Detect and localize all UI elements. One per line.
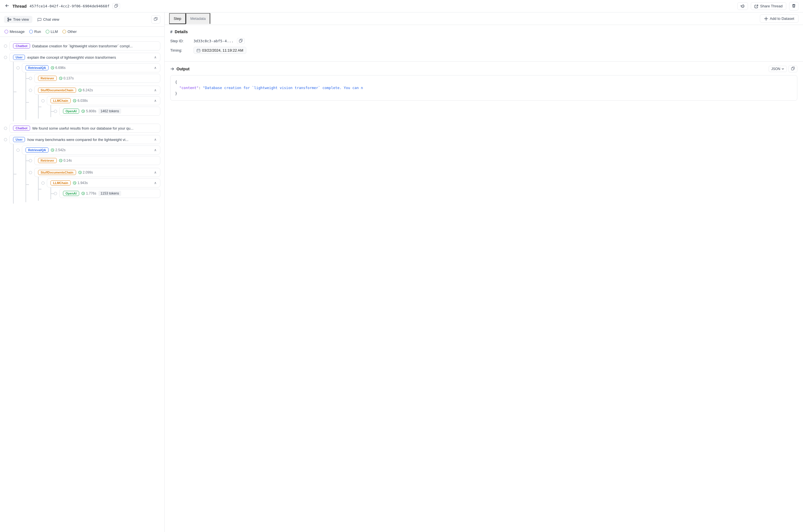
stuff-docs-chain-2[interactable]: StuffDocumentsChain 2.099s ∧ <box>34 168 160 177</box>
copy-panel-button[interactable] <box>151 15 160 23</box>
timing-label: Timing: <box>170 48 190 53</box>
delete-button[interactable] <box>789 2 799 11</box>
chatbot-badge: Chatbot <box>13 43 30 49</box>
node-dot <box>41 99 44 102</box>
retrieval-qa-1[interactable]: RetrievalQA 6.696s ∧ <box>22 63 160 72</box>
list-item: StuffDocumentsChain 6.242s ∧ <box>23 84 160 120</box>
message-text: Database creation for `lightweight visio… <box>32 44 156 48</box>
tree-content: Chatbot Database creation for `lightweig… <box>0 37 164 532</box>
format-select[interactable]: JSON <box>769 66 787 72</box>
right-tabs: Step Metadata Add to Dataset <box>165 13 803 25</box>
chevron-up-icon[interactable]: ∧ <box>154 170 156 174</box>
code-line-content: "content": "Database creation for `light… <box>175 85 792 91</box>
user-badge: User <box>13 137 25 142</box>
llm-chain-2[interactable]: LLMChain 1.943s ∧ <box>47 178 160 187</box>
retriever-1[interactable]: Retriever 0.137s <box>34 74 160 83</box>
retriever-2[interactable]: Retriever 0.14s <box>34 156 160 165</box>
llmchain-badge: LLMChain <box>51 98 71 103</box>
chevron-up-icon[interactable]: ∧ <box>154 88 156 92</box>
left-panel: Tree view Chat view Message Run LLM <box>0 13 165 532</box>
copy-output-button[interactable] <box>788 65 797 72</box>
stuff-badge: StuffDocumentsChain <box>38 88 76 93</box>
history-button[interactable] <box>737 2 748 10</box>
timing-value: 03/22/2024, 11:19:22 AM <box>193 47 246 54</box>
svg-rect-17 <box>791 68 793 70</box>
code-line-brace-close: } <box>175 91 792 96</box>
list-item: LLMChain 1.943s ∧ <box>36 177 160 201</box>
node-dot <box>54 192 57 195</box>
timing: 0.137s <box>59 76 74 80</box>
chatbot-message-2[interactable]: Chatbot We found some useful results fro… <box>10 124 160 133</box>
user-badge: User <box>13 55 25 60</box>
filter-run[interactable]: Run <box>29 30 41 34</box>
copy-thread-id-button[interactable] <box>112 3 120 9</box>
node-dot <box>54 110 57 113</box>
list-item: StuffDocumentsChain 2.099s ∧ <box>23 167 160 202</box>
chevron-up-icon[interactable]: ∧ <box>154 148 156 152</box>
filter-llm[interactable]: LLM <box>46 30 58 34</box>
list-item: RetrievalQA 6.696s ∧ <box>11 62 160 121</box>
list-item: RetrievalQA 2.542s ∧ <box>11 144 160 204</box>
step-id-label: Step ID: <box>170 39 190 43</box>
tab-metadata[interactable]: Metadata <box>186 13 210 24</box>
node-dot <box>29 89 32 92</box>
openai-1[interactable]: OpenAI 5.808s 1462 tokens <box>59 107 160 116</box>
node-dot <box>4 56 7 59</box>
list-item: User how many benchmarks were compared f… <box>0 134 164 205</box>
timing: 0.14s <box>59 158 72 163</box>
copy-step-id-button[interactable] <box>237 38 245 44</box>
retrieval-qa-badge: RetrievalQA <box>25 148 49 153</box>
thread-id: 457fce14-042f-4cc2-9f06-6904de94668f <box>30 4 110 8</box>
filter-other[interactable]: Other <box>62 30 77 34</box>
llm-chain-1[interactable]: LLMChain 6.038s ∧ <box>47 96 160 105</box>
chevron-up-icon[interactable]: ∧ <box>154 55 156 59</box>
timing: 1.943s <box>73 181 88 185</box>
hash-icon: # <box>170 30 172 34</box>
share-thread-button[interactable]: Share Thread <box>751 2 786 10</box>
chatbot-badge: Chatbot <box>13 126 30 131</box>
timing: 2.542s <box>51 148 66 152</box>
filter-message[interactable]: Message <box>4 30 25 34</box>
svg-rect-16 <box>197 49 200 52</box>
radio-message <box>4 30 8 34</box>
main-layout: Tree view Chat view Message Run LLM <box>0 13 803 532</box>
list-item: LLMChain 6.038s ∧ <box>36 95 160 118</box>
tokens-badge: 1462 tokens <box>98 109 121 114</box>
list-item: Chatbot We found some useful results fro… <box>0 122 164 134</box>
add-to-dataset-button[interactable]: Add to Dataset <box>760 15 799 23</box>
chatbot-message-1[interactable]: Chatbot Database creation for `lightweig… <box>10 41 160 51</box>
timing: 6.038s <box>73 99 88 103</box>
node-dot <box>16 66 20 70</box>
chat-view-button[interactable]: Chat view <box>34 16 63 23</box>
list-item: Chatbot Database creation for `lightweig… <box>0 40 164 52</box>
chevron-up-icon[interactable]: ∧ <box>154 66 156 70</box>
radio-run <box>29 30 33 34</box>
radio-llm <box>46 30 49 34</box>
tab-step[interactable]: Step <box>169 13 186 24</box>
node-dot <box>4 127 7 130</box>
timing: 2.099s <box>78 170 93 174</box>
chevron-up-icon[interactable]: ∧ <box>154 137 156 141</box>
user-message-2[interactable]: User how many benchmarks were compared f… <box>10 135 160 144</box>
timing: 6.696s <box>51 66 66 70</box>
timing: 6.242s <box>78 88 93 92</box>
chevron-up-icon[interactable]: ∧ <box>154 99 156 103</box>
message-text: explain the concept of lightweighht visi… <box>27 55 152 60</box>
openai-badge: OpenAI <box>63 109 79 114</box>
stuff-badge: StuffDocumentsChain <box>38 170 76 175</box>
step-id-row: Step ID: 3d33c8c3-abf5-4... <box>170 38 797 44</box>
openai-2[interactable]: OpenAI 1.776s 1153 tokens <box>59 189 160 198</box>
chevron-up-icon[interactable]: ∧ <box>154 181 156 185</box>
user-message-1[interactable]: User explain the concept of lightweighht… <box>10 53 160 62</box>
details-title: # Details <box>170 30 797 34</box>
back-icon[interactable] <box>4 3 10 10</box>
list-item: User explain the concept of lightweighht… <box>0 52 164 122</box>
tree-view-button[interactable]: Tree view <box>4 16 32 23</box>
tokens-badge: 1153 tokens <box>98 191 121 196</box>
radio-other <box>62 30 66 34</box>
node-dot <box>29 171 32 174</box>
retrieval-qa-2[interactable]: RetrievalQA 2.542s ∧ <box>22 146 160 155</box>
list-item: OpenAI 5.808s 1462 tokens <box>48 105 160 117</box>
node-dot <box>29 77 32 80</box>
stuff-docs-chain-1[interactable]: StuffDocumentsChain 6.242s ∧ <box>34 86 160 95</box>
